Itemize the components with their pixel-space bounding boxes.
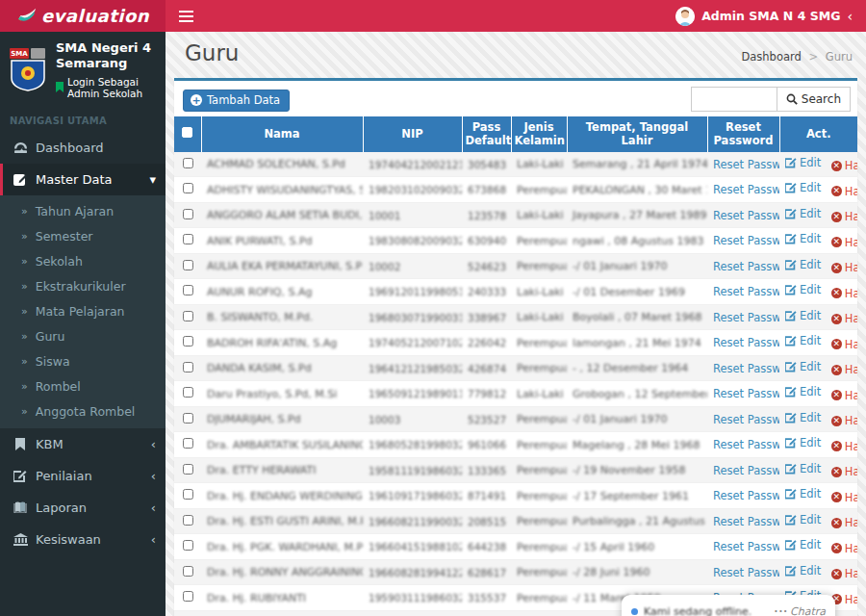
edit-link[interactable]: Edit — [785, 156, 821, 169]
edit-link[interactable]: Edit — [785, 232, 821, 245]
delete-link[interactable]: ✕ Hapus — [831, 414, 857, 427]
edit-link[interactable]: Edit — [785, 513, 821, 526]
edit-link[interactable]: Edit — [785, 258, 821, 271]
delete-link[interactable]: ✕ Hapus — [831, 312, 857, 325]
sidebar-item-dashboard[interactable]: Dashboard — [0, 132, 166, 164]
edit-link[interactable]: Edit — [785, 334, 821, 347]
row-checkbox[interactable] — [183, 387, 193, 398]
edit-link[interactable]: Edit — [785, 360, 821, 373]
user-menu[interactable]: Admin SMA N 4 SMG ‹ — [675, 0, 866, 32]
row-checkbox[interactable] — [183, 413, 193, 424]
row-checkbox[interactable] — [183, 515, 193, 526]
sidebar-item-guru[interactable]: »Guru — [0, 324, 166, 349]
edit-link[interactable]: Edit — [785, 538, 821, 552]
row-checkbox[interactable] — [183, 489, 193, 500]
sidebar-item-tahun-ajaran[interactable]: »Tahun Ajaran — [0, 199, 166, 224]
row-checkbox[interactable] — [183, 158, 193, 168]
row-checkbox[interactable] — [183, 336, 193, 346]
reset-password-link[interactable]: Reset Password — [713, 285, 779, 298]
row-checkbox[interactable] — [183, 234, 193, 244]
reset-password-link[interactable]: Reset Password — [713, 438, 779, 451]
reset-password-link[interactable]: Reset Password — [713, 515, 779, 528]
cell-pass-default: 123578 — [462, 202, 511, 228]
row-checkbox[interactable] — [183, 591, 193, 602]
row-checkbox[interactable] — [183, 311, 193, 321]
search-icon — [786, 93, 798, 105]
reset-password-link[interactable]: Reset Password — [713, 158, 779, 171]
sidebar-item-ekstrakurikuler[interactable]: »Ekstrakurikuler — [0, 274, 166, 299]
row-checkbox[interactable] — [183, 438, 193, 449]
gauge-icon — [13, 141, 28, 154]
delete-link[interactable]: ✕ Hapus — [831, 185, 857, 198]
sidebar-item-penilaian[interactable]: Penilaian ‹ — [0, 460, 166, 492]
edit-link[interactable]: Edit — [785, 309, 821, 322]
sidebar-item-mata-pelajaran[interactable]: »Mata Pelajaran — [0, 299, 166, 324]
sidebar-item-master-data[interactable]: Master Data ▾ — [0, 164, 166, 195]
sidebar-toggle-button[interactable] — [166, 0, 206, 32]
delete-link[interactable]: ✕ Hapus — [831, 389, 857, 402]
delete-link[interactable]: ✕ Hapus — [831, 516, 857, 529]
reset-password-link[interactable]: Reset Password — [713, 209, 779, 222]
delete-link[interactable]: ✕ Hapus — [831, 440, 857, 453]
row-checkbox[interactable] — [183, 566, 193, 577]
row-checkbox[interactable] — [183, 209, 193, 219]
delete-link[interactable]: ✕ Hapus — [831, 491, 857, 504]
chat-widget[interactable]: Kami sedang offline. ··· Chatra — [622, 595, 835, 616]
add-data-button[interactable]: + Tambah Data — [183, 90, 290, 112]
reset-password-link[interactable]: Reset Password — [713, 566, 779, 579]
sidebar-item-kbm[interactable]: KBM ‹ — [0, 428, 166, 460]
delete-link[interactable]: ✕ Hapus — [831, 261, 857, 274]
cell-nama: ANIK PURWATI, S.Pd — [201, 228, 363, 254]
delete-link[interactable]: ✕ Hapus — [831, 542, 857, 555]
row-checkbox[interactable] — [183, 285, 193, 295]
times-circle-icon: ✕ — [831, 441, 842, 451]
reset-password-link[interactable]: Reset Password — [713, 413, 779, 426]
row-checkbox[interactable] — [183, 260, 193, 270]
delete-link[interactable]: ✕ Hapus — [831, 465, 857, 478]
sidebar-item-semester[interactable]: »Semester — [0, 224, 166, 249]
reset-password-link[interactable]: Reset Password — [713, 336, 779, 349]
row-checkbox[interactable] — [183, 362, 193, 372]
delete-link[interactable]: ✕ Hapus — [831, 236, 857, 249]
edit-link[interactable]: Edit — [785, 385, 821, 398]
edit-link[interactable]: Edit — [785, 436, 821, 449]
reset-password-link[interactable]: Reset Password — [713, 183, 779, 196]
search-input[interactable] — [691, 87, 777, 112]
sidebar-item-anggota-rombel[interactable]: »Anggota Rombel — [0, 399, 166, 424]
delete-link[interactable]: ✕ Hapus — [831, 338, 857, 351]
delete-link[interactable]: ✕ Hapus — [831, 210, 857, 223]
edit-link[interactable]: Edit — [785, 411, 821, 424]
edit-link[interactable]: Edit — [785, 462, 821, 475]
row-checkbox[interactable] — [183, 464, 193, 475]
select-all-checkbox[interactable] — [182, 127, 192, 138]
reset-password-link[interactable]: Reset Password — [713, 234, 779, 247]
angle-double-right-icon: » — [21, 280, 28, 293]
reset-password-link[interactable]: Reset Password — [713, 311, 779, 324]
delete-link[interactable]: ✕ Hapus — [831, 567, 857, 580]
sidebar-item-sekolah[interactable]: »Sekolah — [0, 249, 166, 274]
edit-link[interactable]: Edit — [785, 564, 821, 578]
breadcrumb-dashboard[interactable]: Dashboard — [741, 50, 801, 64]
delete-link[interactable]: ✕ Hapus — [831, 159, 857, 172]
app-logo[interactable]: evaluation — [0, 0, 166, 32]
reset-password-link[interactable]: Reset Password — [713, 387, 779, 400]
edit-link[interactable]: Edit — [785, 181, 821, 194]
edit-link[interactable]: Edit — [785, 283, 821, 296]
row-checkbox[interactable] — [183, 540, 193, 551]
edit-link[interactable]: Edit — [785, 207, 821, 220]
sidebar-item-rombel[interactable]: »Rombel — [0, 374, 166, 399]
reset-password-link[interactable]: Reset Password — [713, 260, 779, 273]
sidebar-item-siswa[interactable]: »Siswa — [0, 349, 166, 374]
cell-nama: BADROH RIFA'ATIN, S.Ag — [201, 330, 363, 356]
edit-link[interactable]: Edit — [785, 487, 821, 500]
delete-link[interactable]: ✕ Hapus — [831, 363, 857, 376]
sidebar-item-kesiswaan[interactable]: Kesiswaan ‹ — [0, 524, 166, 555]
search-button[interactable]: Search — [777, 87, 851, 112]
delete-link[interactable]: ✕ Hapus — [831, 287, 857, 300]
row-checkbox[interactable] — [183, 183, 193, 193]
reset-password-link[interactable]: Reset Password — [713, 489, 779, 502]
reset-password-link[interactable]: Reset Password — [713, 362, 779, 375]
reset-password-link[interactable]: Reset Password — [713, 540, 779, 553]
reset-password-link[interactable]: Reset Password — [713, 464, 779, 477]
sidebar-item-laporan[interactable]: Laporan ‹ — [0, 492, 166, 524]
